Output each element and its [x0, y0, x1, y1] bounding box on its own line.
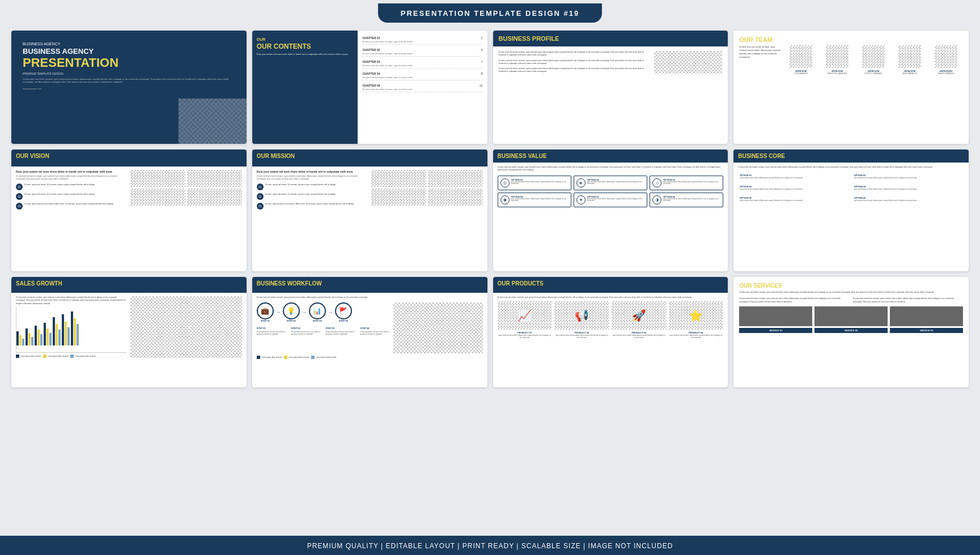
header: PRESENTATION TEMPLATE DESIGN #19: [0, 0, 980, 26]
member-4-role: ADMIN MANAGER: [893, 72, 927, 75]
slide12-content: OUR SERVICES Ut wisi enim ad minim venia…: [733, 277, 969, 387]
bar-chart: 60 40 20 10: [16, 308, 127, 353]
mission-img-1: [371, 170, 426, 187]
step-1-circle: 💼: [257, 302, 274, 319]
slide2-our: OUR: [257, 37, 354, 41]
slide10-desc: Ut wisi enim ad minim veniam, quis nostr…: [257, 296, 483, 299]
header-banner: PRESENTATION TEMPLATE DESIGN #19: [378, 3, 602, 23]
value-option-6-text: OPTION 06 quis nostrud exerci tation ull…: [663, 195, 720, 203]
step-2-circle: 💡: [283, 302, 300, 319]
bar-group-1: [16, 331, 24, 345]
slide7-title: BUSINESS VALUE: [498, 153, 724, 159]
product-2: 📢 PRODUCT 02 quis nostrud exerci tation …: [554, 301, 609, 339]
slide6-right: [371, 170, 482, 212]
workflow-right: [393, 302, 482, 353]
slide7-body: Ut wisi enim ad minim veniam, quis nostr…: [493, 163, 728, 211]
slide-business-profile: BUSINESS PROFILE Ut wisi enim ad minim v…: [493, 31, 728, 144]
wf-legend-3: Lorem ipsum dolor sit amet: [311, 356, 336, 359]
slide-business-agency: BUSINESS AGENCY BUSINESS AGENCY PRESENTA…: [11, 31, 247, 144]
product-2-img: 📢: [554, 301, 609, 330]
mission-item-3: 03 Ut nam, quis nostrud exerci tation ul…: [257, 203, 368, 210]
footer-text: PREMIUM QUALITY | EDITABLE LAYOUT | PRIN…: [307, 542, 673, 550]
chart-legend: Lorem ipsum dolor sit amet Lorem ipsum d…: [16, 355, 127, 358]
sales-growth-img: [130, 296, 241, 358]
chapter-05: CHAPTER 05Ut wisi enim ad minim veniam, …: [362, 84, 482, 92]
bar-7a: [71, 311, 73, 345]
slide10-body: Ut wisi enim ad minim veniam, quis nostr…: [252, 293, 487, 362]
product-3-img: 🚀: [612, 301, 667, 330]
slide-contents: OUR OUR CONTENTS Duis joss autem vel eum…: [252, 31, 487, 144]
slide3-title: BUSINESS PROFILE: [499, 35, 723, 42]
row1-grid: BUSINESS AGENCY BUSINESS AGENCY PRESENTA…: [0, 26, 980, 144]
member-5-role: FINANCE MANAGER: [929, 72, 963, 75]
slide8-core-grid: OPTION 01 quis nostrud exerci tation ull…: [738, 172, 964, 204]
slide1-title2: PRESENTATION: [23, 56, 235, 70]
member-3-role: PRODUCT MANAGER: [856, 72, 890, 75]
slide5-body: Duis joss autem vel eum iriure dolor in …: [11, 166, 247, 216]
member-3-img: [862, 45, 885, 68]
slide9-header: SALES GROWTH: [11, 277, 247, 293]
slide1-subtitle: BUSINESS AGENCY: [23, 42, 235, 46]
chapter-01: CHAPTER 01Ut wisi enim ad minim veniam, …: [362, 36, 482, 45]
slide4-content: OUR TEAM Ut wisi enim ad minim veniam, q…: [733, 31, 969, 144]
wf-legend-1: Lorem ipsum dolor sit amet: [257, 356, 282, 359]
slide6-imgs: [371, 170, 482, 206]
row3-grid: SALES GROWTH Ut wisi enim ad minim venia…: [0, 277, 980, 387]
slide12-desc: Ut wisi enim ad minim veniam, quis nostr…: [739, 291, 963, 294]
slide6-body: Duis joss autem vel eum iriure dolor in …: [252, 166, 487, 216]
slide3-body: Ut wisi enim ad minim veniam, quis nostr…: [493, 46, 728, 78]
bar-1c: [22, 339, 24, 345]
bar-5c: [58, 330, 61, 345]
slide9-body: Ut wisi enim ad minim veniam, quis nostr…: [11, 293, 247, 361]
core-option-6: OPTION 06 quis nostrud exerci tation ull…: [852, 195, 964, 204]
services-row: SERVICE 01 SERVICE 02 SERVICE 03: [739, 306, 963, 333]
member-1-img: [790, 45, 812, 68]
bar-2c: [31, 337, 33, 345]
value-option-3-icon: ◇: [652, 178, 661, 187]
slide2-desc: Duis joss autem vel eum iriure dolor in …: [257, 53, 354, 56]
bar-2b: [28, 333, 31, 345]
slide-business-value: BUSINESS VALUE Ut wisi enim ad minim ven…: [493, 150, 728, 271]
product-1: 📈 PRODUCT 01 quis nostrud exerci tation …: [498, 301, 553, 339]
slide-business-workflow: BUSINESS WORKFLOW Ut wisi enim ad minim …: [252, 277, 487, 387]
slide6-desc: Ut wisi enim ad minim veniam, quis nostr…: [257, 175, 368, 181]
step-4: 🚩 STEP 04: [335, 302, 352, 322]
core-option-3: OPTION 03 quis nostrud exerci tation ull…: [738, 183, 850, 193]
slide3-header: BUSINESS PROFILE: [493, 31, 728, 46]
member-5-img: [935, 45, 957, 68]
service-2-img: [814, 306, 888, 326]
value-option-5: ★ OPTION 05 quis nostrud exerci tation u…: [574, 193, 647, 207]
slide7-options-grid: ◎ OPTION 01 quis nostrud exerci tation u…: [498, 176, 724, 207]
mission-img-3: [371, 189, 426, 206]
value-option-5-icon: ★: [576, 195, 586, 204]
slide1-tagline: PREMIUM TEMPLATE DESIGN: [23, 72, 235, 75]
member-3: JHON DOE PRODUCT MANAGER: [856, 45, 890, 75]
step-1: 💼 STEP 01: [257, 302, 274, 322]
slide6-header: OUR MISSION: [252, 150, 487, 166]
slide-sales-growth: SALES GROWTH Ut wisi enim ad minim venia…: [11, 277, 247, 387]
slide-our-mission: OUR MISSION Duis joss autem vel eum iriu…: [252, 150, 487, 271]
bar-group-2: [26, 328, 33, 345]
bar-6b: [65, 322, 67, 345]
member-2-role: MARKETING MANAGER: [820, 72, 854, 75]
slide6-title: OUR MISSION: [257, 153, 483, 159]
vision-item-2: 02 Ut nam, ipsum ad minim. Ut morvam, ip…: [16, 193, 127, 200]
step-3: 📊 STEP 03: [309, 302, 326, 322]
service-1-img: [739, 306, 812, 326]
slide6-subtitle: Duis joss autem vel eum iriure dolor in …: [257, 170, 368, 173]
product-3: 🚀 PRODUCT 03 quis nostrud exerci tation …: [612, 301, 667, 339]
slide5-header: OUR VISION: [11, 150, 247, 166]
slide3-text: Ut wisi enim ad minim veniam, quis nostr…: [499, 51, 651, 74]
member-4: JHON DOE ADMIN MANAGER: [893, 45, 927, 75]
slide-business-core: BUSINESS CORE Ut wisi enim ad minim veni…: [733, 150, 969, 271]
bar-7c: [77, 324, 79, 345]
chapter-02: CHAPTER 02Ut wisi enim ad minim veniam, …: [362, 48, 482, 57]
slide11-header: OUR PRODUCTS: [493, 277, 728, 293]
slide8-body: Ut wisi enim ad minim veniam, quis nostr…: [733, 163, 969, 207]
slide5-right: [130, 170, 241, 212]
product-4: ⭐ PRODUCT 04 quis nostrud exerci tation …: [669, 301, 724, 339]
step-3-circle: 📊: [309, 302, 326, 319]
slide12-desc2: Ut wisi enim ad minim veniam, quis nostr…: [739, 297, 963, 304]
core-option-1: OPTION 01 quis nostrud exerci tation ull…: [738, 172, 850, 181]
slide11-desc: Ut wisi enim ad minim veniam, quis nostr…: [498, 296, 724, 299]
